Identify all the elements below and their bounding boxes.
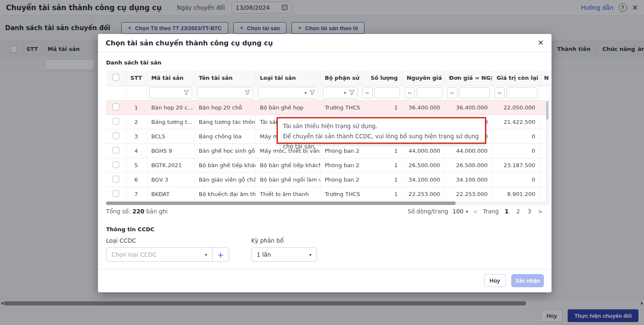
row-checkbox[interactable] xyxy=(112,190,119,197)
asset-row-1[interactable]: 1Bàn họp 20 c...Bàn họp 20 chỗBộ bàn ghế… xyxy=(106,100,549,115)
cell-nguyen_gia: 26.500.000 xyxy=(402,158,445,172)
total-records-count: 220 xyxy=(132,208,144,215)
filter-funnel-icon[interactable] xyxy=(245,90,250,96)
row-checkbox[interactable] xyxy=(112,118,119,125)
chevron-down-icon: ▾ xyxy=(466,209,468,214)
filter-funnel-icon[interactable] xyxy=(349,90,355,96)
row-checkbox-cell xyxy=(106,129,126,143)
grid-column-header-checkbox xyxy=(106,70,126,86)
row-checkbox[interactable] xyxy=(112,104,119,110)
page-number-3[interactable]: 3 xyxy=(526,208,533,215)
asset-row-5[interactable]: 5BGTK.2021Bộ bàn ghế tiếp khách...Bộ bàn… xyxy=(106,158,549,172)
modal-cancel-button[interactable]: Hủy xyxy=(484,274,506,287)
select-filter[interactable]: ▾ xyxy=(323,87,358,99)
row-checkbox-cell xyxy=(106,172,126,187)
validation-tooltip: Tài sản thiếu hiện trạng sử dụng. Để chu… xyxy=(277,117,486,144)
cell-don_gia: 36.400.000 xyxy=(445,100,492,115)
number-filter[interactable]: = xyxy=(362,87,400,98)
number-filter[interactable]: = xyxy=(447,87,490,98)
page-number-2[interactable]: 2 xyxy=(515,208,522,215)
rows-per-page-label: Số dòng/trang xyxy=(408,208,448,215)
text-filter[interactable] xyxy=(197,87,253,99)
modal-close-icon[interactable]: ✕ xyxy=(538,39,544,47)
equals-operator-icon[interactable]: = xyxy=(362,87,372,98)
rows-per-page-select[interactable]: 100 ▾ xyxy=(453,208,468,215)
grid-column-header-stt: STT xyxy=(126,70,147,86)
page-word-label: Trang xyxy=(483,208,498,215)
number-filter-input[interactable] xyxy=(417,87,442,98)
select-all-checkbox[interactable] xyxy=(112,74,119,81)
cell-so_luong: 1 xyxy=(360,158,402,172)
cell-ten: Bàn ghế học sinh gỗ n... xyxy=(194,143,255,158)
scrollbar-thumb[interactable] xyxy=(106,202,456,205)
row-checkbox[interactable] xyxy=(112,147,119,154)
filter-number-gia_tri: = xyxy=(492,86,540,100)
filter-input-ma xyxy=(147,86,194,100)
modal-asset-list-label: Danh sách tài sản xyxy=(106,59,161,66)
modal-header: Chọn tài sản chuyển thành công cụ dụng c… xyxy=(98,34,552,52)
cell-ma: BCL5 xyxy=(147,129,194,143)
modal-confirm-button[interactable]: Xác nhận xyxy=(511,274,544,287)
row-checkbox-cell xyxy=(106,115,126,129)
ccdc-type-select[interactable]: Chọn loại CCDC ▾ + xyxy=(106,247,229,262)
cell-don_gia: 22.253.000 xyxy=(445,187,492,201)
grid-horizontal-scrollbar[interactable] xyxy=(106,201,549,205)
cell-ten: Bộ khuếch đại âm tha... xyxy=(194,187,255,201)
number-filter-input[interactable] xyxy=(459,87,490,98)
cell-ten: Bàn giáo viên gỗ chân ... xyxy=(194,172,255,187)
cell-bo_phan: Trường THCS ... xyxy=(320,187,360,201)
grid-vertical-scrollbar[interactable] xyxy=(546,100,549,201)
row-checkbox[interactable] xyxy=(112,161,119,168)
asset-row-6[interactable]: 6BGV 3Bàn giáo viên gỗ chân ...Bộ bàn gh… xyxy=(106,172,549,187)
cell-ma: BGV 3 xyxy=(147,172,194,187)
cell-don_gia: 34.100.000 xyxy=(445,172,492,187)
grid-header-row: STTMã tài sảnTên tài sảnLoại tài sảnBộ p… xyxy=(106,70,549,86)
equals-operator-icon[interactable]: = xyxy=(447,87,457,98)
chevron-down-icon: ▾ xyxy=(305,91,307,95)
cell-gia_tri: 0 xyxy=(492,129,540,143)
next-page-button[interactable]: > xyxy=(537,208,543,215)
chevron-down-icon: ▾ xyxy=(200,252,212,257)
number-filter-input[interactable] xyxy=(374,87,400,98)
filter-cell-empty xyxy=(106,86,126,100)
select-filter[interactable]: ▾ xyxy=(258,87,318,99)
scrollbar-thumb[interactable] xyxy=(546,101,549,120)
ccdc-type-placeholder: Chọn loại CCDC xyxy=(106,251,200,258)
filter-number-so_luong: = xyxy=(360,86,402,100)
row-checkbox[interactable] xyxy=(112,132,119,139)
add-ccdc-type-button[interactable]: + xyxy=(212,248,229,261)
number-filter-input[interactable] xyxy=(507,87,538,98)
page-number-1[interactable]: 1 xyxy=(503,208,510,215)
prev-page-button[interactable]: < xyxy=(472,208,479,215)
allocation-period-select[interactable]: 1 lần ▾ xyxy=(251,247,317,262)
cell-stt: 4 xyxy=(126,143,147,158)
grid-column-header-extra: N xyxy=(540,70,549,86)
equals-operator-icon[interactable]: = xyxy=(405,87,415,98)
filter-cell-empty xyxy=(540,86,549,100)
cell-ma: BKĐAT xyxy=(147,187,194,201)
equals-operator-icon[interactable]: = xyxy=(495,87,505,98)
app-root: Chuyển tài sản thành công cụ dụng cụ Ngà… xyxy=(0,0,644,325)
number-filter[interactable]: = xyxy=(405,87,442,98)
cell-so_luong: 1 xyxy=(360,187,402,201)
select-asset-modal: Chọn tài sản chuyển thành công cụ dụng c… xyxy=(98,34,552,292)
cell-bo_phan: Trường THCS ... xyxy=(320,100,360,115)
cell-ten: Bộ bàn ghế tiếp khách... xyxy=(194,158,255,172)
cell-ma: Bàn họp 20 c... xyxy=(147,100,194,115)
row-checkbox[interactable] xyxy=(112,176,119,182)
grid-column-header-loai: Loại tài sản xyxy=(255,70,320,86)
rows-per-page-value: 100 xyxy=(453,208,464,215)
cell-stt: 7 xyxy=(126,187,147,201)
filter-funnel-icon[interactable] xyxy=(184,90,189,96)
cell-nguyen_gia: 36.400.000 xyxy=(402,100,445,115)
cell-loai: Bộ bàn ghế ngồi làm v... xyxy=(255,172,320,187)
grid-column-header-nguyen_gia: Nguyên giá xyxy=(402,70,445,86)
cell-gia_tri: 0 xyxy=(492,143,540,158)
asset-row-7[interactable]: 7BKĐATBộ khuếch đại âm tha...Thiết bị âm… xyxy=(106,187,549,201)
number-filter[interactable]: = xyxy=(495,87,538,98)
filter-select-loai: ▾ xyxy=(255,86,320,100)
filter-funnel-icon[interactable] xyxy=(310,90,315,96)
ccdc-type-label: Loại CCDC xyxy=(106,237,136,244)
text-filter[interactable] xyxy=(149,87,192,99)
grid-column-header-don_gia: Đơn giá = NG/SL xyxy=(445,70,492,86)
